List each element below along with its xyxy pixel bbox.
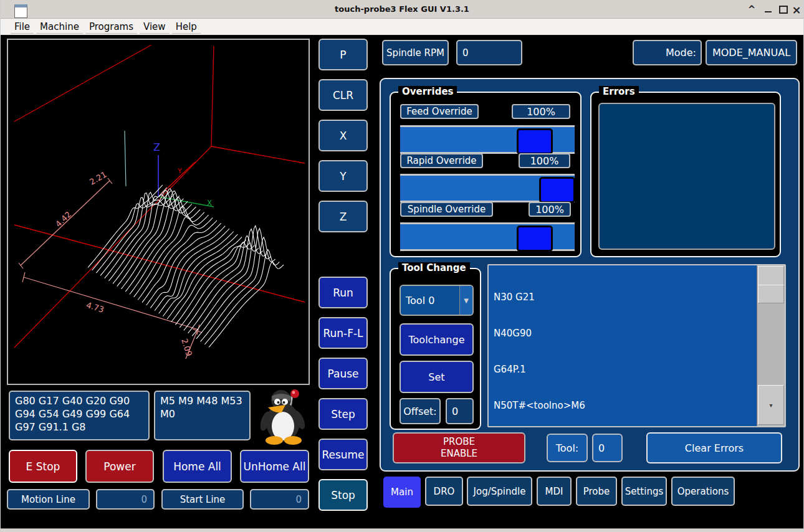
tab-main[interactable]: Main (383, 477, 421, 508)
cone-line (125, 131, 126, 186)
estop-button[interactable]: E Stop (9, 450, 77, 483)
active-mcodes-box: M5 M9 M48 M53 M0 (154, 391, 251, 440)
feed-override-label: Feed Override (400, 104, 479, 119)
home-all-button[interactable]: Home All (163, 450, 232, 483)
window-title: touch-probe3 Flex GUI V1.3.1 (1, 4, 803, 14)
spindle-override-slider-handle[interactable] (517, 226, 553, 252)
spindle-override-label: Spindle Override (400, 202, 493, 217)
plot-x-button[interactable]: X (318, 120, 368, 151)
active-gcodes-box: G80 G17 G40 G20 G90 G94 G54 G49 G99 G64 … (9, 391, 150, 440)
gcode-scrollbar[interactable]: ▾ (757, 265, 785, 426)
start-line-value: 0 (250, 489, 309, 510)
menu-machine[interactable]: Machine (36, 20, 83, 34)
stop-button[interactable]: Stop (318, 479, 368, 511)
gremlin-3d-preview[interactable]: 2.21 4.42 4.73 2.09 Z X Y (7, 39, 310, 385)
offset-value[interactable]: 0 (446, 398, 474, 424)
menubar: File Machine Programs View Help (1, 19, 803, 36)
rapid-override-value: 100% (519, 153, 570, 168)
step-button[interactable]: Step (318, 398, 368, 430)
dim-bottom: 4.73 (85, 300, 105, 315)
gcode-line[interactable]: N30 G21 (494, 292, 756, 303)
dim-left: 4.42 (54, 209, 73, 229)
window-bottom-border (1, 528, 803, 532)
main-tab-panel: Overrides Feed Override 100% Rapid Overr… (380, 78, 800, 472)
scrollbar-down-icon[interactable]: ▾ (758, 385, 784, 425)
feed-override-slider-handle[interactable] (517, 128, 553, 154)
spindle-override-value: 100% (529, 202, 571, 217)
errors-list[interactable] (598, 103, 775, 250)
spindle-rpm-value[interactable]: 0 (456, 40, 522, 65)
close-icon[interactable]: × (788, 0, 804, 19)
app-window: touch-probe3 Flex GUI V1.3.1 ^ × File Ma… (0, 0, 804, 532)
feed-override-value: 100% (512, 104, 570, 119)
tool-select-value: Tool 0 (406, 295, 434, 306)
scrollbar-up-button[interactable] (758, 266, 784, 285)
plot-clr-button[interactable]: CLR (318, 79, 368, 111)
toolpath-lines (88, 185, 284, 348)
offset-label: Offset: (400, 398, 441, 424)
chevron-down-icon[interactable]: ▼ (459, 286, 472, 315)
plot-p-button[interactable]: P (318, 39, 368, 70)
dim-z-height: 2.21 (88, 169, 108, 186)
plot-y-button[interactable]: Y (318, 160, 368, 192)
tab-probe[interactable]: Probe (576, 477, 617, 506)
scrollbar-thumb[interactable] (758, 285, 784, 303)
menu-file[interactable]: File (11, 20, 34, 34)
tab-jog-spindle[interactable]: Jog/Spindle (467, 477, 532, 506)
gcode-listing[interactable]: N30 G21 N40G90 G64P.1 N50T#<toolno>M6 N6… (487, 264, 786, 427)
titlebar[interactable]: touch-probe3 Flex GUI V1.3.1 ^ × (1, 0, 803, 19)
probe-enable-button[interactable]: PROBE ENABLE (393, 432, 525, 463)
mcodes-line: M0 (160, 407, 175, 420)
overrides-title: Overrides (398, 86, 457, 97)
menu-programs[interactable]: Programs (85, 20, 137, 34)
resume-button[interactable]: Resume (318, 439, 368, 470)
rapid-override-slider[interactable] (400, 174, 575, 202)
z-axis-label: Z (153, 141, 160, 153)
overrides-group: Overrides Feed Override 100% Rapid Overr… (390, 92, 581, 257)
minimize-icon[interactable] (760, 0, 776, 19)
start-line-label: Start Line (161, 489, 244, 510)
set-button[interactable]: Set (400, 361, 474, 393)
unhome-all-button[interactable]: UnHome All (240, 450, 309, 483)
tool-change-group: Tool Change Tool 0 ▼ Toolchange Set Offs… (390, 268, 481, 430)
gcode-line[interactable]: N40G90 (494, 328, 756, 340)
tab-settings[interactable]: Settings (621, 477, 667, 506)
gcode-line[interactable]: G64P.1 (494, 364, 756, 376)
gcodes-line: G94 G54 G49 G99 G64 (15, 407, 130, 420)
gcode-lines: N30 G21 N40G90 G64P.1 N50T#<toolno>M6 N6… (489, 265, 756, 426)
tab-mdi[interactable]: MDI (537, 477, 572, 506)
run-from-line-button[interactable]: Run-F-L (318, 317, 368, 349)
motion-line-label: Motion Line (7, 489, 90, 510)
pause-button[interactable]: Pause (318, 358, 368, 389)
spindle-rpm-label: Spindle RPM (382, 40, 449, 65)
menu-view[interactable]: View (140, 20, 170, 34)
rapid-override-label: Rapid Override (400, 153, 483, 168)
power-button[interactable]: Power (85, 450, 154, 483)
spindle-override-slider[interactable] (400, 222, 575, 251)
feed-override-slider[interactable] (400, 125, 575, 154)
mcodes-line: M5 M9 M48 M53 (160, 394, 242, 407)
toolpath-preview-svg: 2.21 4.42 4.73 2.09 Z X Y (8, 40, 309, 384)
gcodes-line: G97 G91.1 G8 (15, 420, 86, 434)
toolchange-button[interactable]: Toolchange (400, 323, 474, 356)
errors-title: Errors (599, 86, 639, 97)
tool-status-value: 0 (592, 434, 623, 462)
run-button[interactable]: Run (318, 277, 368, 308)
x-axis-label: X (207, 199, 212, 207)
tool-change-title: Tool Change (398, 262, 470, 273)
mode-value: MODE_MANUAL (706, 40, 797, 65)
errors-group: Errors (590, 92, 781, 257)
gcode-line[interactable]: N50T#<toolno>M6 (494, 400, 756, 412)
tool-status-label: Tool: (547, 434, 588, 462)
rapid-override-slider-handle[interactable] (539, 177, 575, 203)
tool-select-combobox[interactable]: Tool 0 ▼ (400, 285, 474, 316)
tab-dro[interactable]: DRO (425, 477, 463, 506)
clear-errors-button[interactable]: Clear Errors (646, 432, 782, 463)
shade-icon[interactable]: ^ (744, 0, 760, 19)
mode-label: Mode: (633, 40, 702, 65)
tab-operations[interactable]: Operations (671, 477, 735, 506)
menu-help[interactable]: Help (172, 20, 201, 34)
y-axis-label: Y (177, 167, 182, 175)
tux-penguin-image (258, 386, 310, 445)
plot-z-button[interactable]: Z (318, 201, 368, 232)
